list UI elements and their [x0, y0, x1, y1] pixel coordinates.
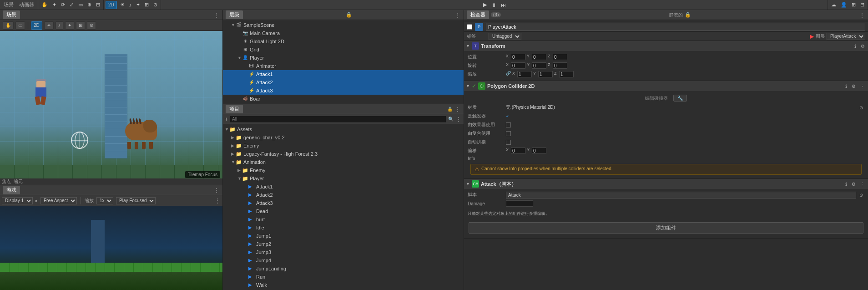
proj-item-animation[interactable]: ▼ 📁 Animation	[223, 158, 464, 166]
attack-gear-btn[interactable]: ⚙	[850, 181, 857, 187]
obj-name-field[interactable]	[486, 23, 865, 31]
attack-menu-btn[interactable]: ⋮	[859, 181, 866, 187]
animator-menu-label[interactable]: 动画器	[17, 1, 36, 8]
proj-item-generic-char[interactable]: ▶ 📁 generic_char_v0.2	[223, 133, 464, 142]
fx-btn[interactable]: ✦	[135, 1, 141, 8]
scene-tab[interactable]: 场景	[3, 10, 20, 19]
tool-rotate[interactable]: ⟳	[60, 1, 66, 8]
tool-hand[interactable]: ✋	[40, 1, 49, 8]
inspector-tab[interactable]: 检查器	[467, 10, 489, 19]
game-viewport[interactable]	[0, 206, 222, 290]
add-component-button[interactable]: 添加组件	[469, 222, 863, 234]
project-search-menu[interactable]: ⋮	[455, 116, 462, 123]
scale-select[interactable]: 1x	[96, 197, 113, 204]
material-select-btn[interactable]: ⊙	[858, 105, 864, 111]
proj-item-dead-anim[interactable]: ▶ Dead	[223, 207, 464, 215]
layers-btn[interactable]: ⊞	[850, 1, 857, 8]
proj-item-hurt-anim[interactable]: ▶ hurt	[223, 215, 464, 224]
scene-gizmo[interactable]: ⊙	[87, 21, 96, 30]
scene-tool-pan[interactable]: ✋	[3, 21, 14, 30]
offset-y-input[interactable]	[532, 148, 546, 154]
hier-item-light[interactable]: ☀ Global Light 2D	[223, 37, 464, 46]
hier-item-attack1[interactable]: ⚡ Attack1	[223, 70, 464, 78]
obj-active-checkbox[interactable]	[467, 24, 472, 30]
scene-grid[interactable]: ⊞	[76, 21, 85, 30]
project-menu[interactable]: ⋮	[454, 106, 461, 113]
mode-2d-btn[interactable]: 2D	[106, 1, 117, 9]
scene-fx[interactable]: ✦	[65, 21, 74, 30]
project-search-input[interactable]	[230, 116, 446, 123]
scene-tool-rect[interactable]: ▭	[15, 21, 25, 30]
attack-header[interactable]: ▼ C# Attack（脚本） ℹ ⚙ ⋮	[464, 179, 868, 189]
proj-item-jumplanding-anim[interactable]: ▶ JumpLanding	[223, 265, 464, 273]
project-content[interactable]: ▼ 📁 Assets ▶ 📁 generic_char_v0.2 ▶ 📁 Ene…	[223, 124, 464, 290]
rot-y-input[interactable]	[532, 62, 546, 69]
edit-collider-btn[interactable]: 🔧	[673, 95, 687, 102]
tool-scale[interactable]: ⤢	[68, 1, 75, 8]
tag-select[interactable]: Untagged	[489, 33, 521, 40]
hier-item-maincamera[interactable]: 📷 Main Camera	[223, 29, 464, 37]
project-lock[interactable]: 🔒	[447, 107, 453, 112]
pause-btn[interactable]: ⏸	[490, 2, 498, 8]
transform-header[interactable]: ▼ T Transform ℹ ⚙	[464, 41, 868, 51]
proj-item-attack2-anim[interactable]: ▶ Attack2	[223, 191, 464, 199]
gizmo-btn[interactable]: ⊙	[152, 1, 159, 8]
project-tab[interactable]: 项目	[226, 105, 243, 113]
hierarchy-lock[interactable]: 🔒	[346, 12, 352, 18]
hier-item-animator[interactable]: 🎞 Animator	[223, 62, 464, 70]
collider-info-btn[interactable]: ℹ	[844, 83, 848, 89]
tool-rect[interactable]: ▭	[77, 1, 84, 8]
scene-light[interactable]: ☀	[44, 21, 54, 30]
game-toolbar-menu[interactable]: ⋮	[214, 197, 221, 204]
composite-checkbox[interactable]	[506, 131, 511, 136]
hierarchy-menu[interactable]: ⋮	[454, 11, 461, 19]
hierarchy-tab[interactable]: 层级	[226, 10, 243, 19]
scale-x-input[interactable]	[517, 71, 532, 77]
lighting-btn[interactable]: ☀	[119, 1, 126, 8]
proj-item-player-anim[interactable]: ▼ 📁 Player	[223, 174, 464, 183]
proj-item-attack3-anim[interactable]: ▶ Attack3	[223, 199, 464, 207]
scale-z-input[interactable]	[559, 71, 574, 77]
inspector-menu[interactable]: ⋮	[859, 11, 865, 19]
script-select-btn[interactable]: ⊙	[858, 192, 864, 198]
proj-item-jump3-anim[interactable]: ▶ Jump3	[223, 248, 464, 256]
account-btn[interactable]: 👤	[839, 1, 848, 8]
proj-item-legacy[interactable]: ▶ 📁 Legacy-Fantasy - High Forest 2.3	[223, 150, 464, 158]
play-btn[interactable]: ▶	[482, 1, 488, 8]
pos-y-input[interactable]	[532, 54, 546, 60]
proj-item-enemy[interactable]: ▶ 📁 Enemy	[223, 142, 464, 150]
proj-item-jump1-anim[interactable]: ▶ Jump1	[223, 232, 464, 240]
scene-audio[interactable]: ♪	[56, 21, 63, 30]
game-tab[interactable]: 游戏	[3, 186, 20, 194]
proj-item-idle-anim[interactable]: ▶ Idle	[223, 224, 464, 232]
proj-item-assets[interactable]: ▼ 📁 Assets	[223, 125, 464, 133]
tool-move[interactable]: ✦	[51, 1, 58, 8]
transform-info-btn[interactable]: ℹ	[853, 43, 858, 49]
scene-viewport[interactable]: Tilemap Focus 焦点 缩元	[0, 31, 222, 185]
layout-scene-btn[interactable]: ⊞	[143, 1, 150, 8]
hier-item-boar[interactable]: 🐗 Boar	[223, 95, 464, 103]
layer-select[interactable]: PlayerAttack	[827, 33, 865, 40]
hier-item-player[interactable]: ▼ 👤 Player	[223, 54, 464, 62]
offset-x-input[interactable]	[511, 148, 525, 154]
scene-panel-menu[interactable]: ⋮	[213, 11, 220, 19]
hier-item-grid[interactable]: ⊞ Grid	[223, 46, 464, 54]
hier-item-attack2[interactable]: ⚡ Attack2	[223, 78, 464, 86]
scene-menu-label[interactable]: 场景	[2, 1, 15, 8]
proj-item-enemy-anim[interactable]: ▶ 📁 Enemy	[223, 166, 464, 174]
inspector-lock-icon[interactable]: 🔒	[685, 12, 691, 18]
audio-btn[interactable]: ♪	[128, 2, 133, 8]
hier-item-attack3[interactable]: ⚡ Attack3	[223, 86, 464, 95]
collab-btn[interactable]: ☁	[830, 1, 838, 8]
script-ref-field[interactable]	[506, 192, 856, 198]
scale-y-input[interactable]	[538, 71, 553, 77]
collider-gear-btn[interactable]: ⚙	[850, 83, 857, 89]
autobind-checkbox[interactable]	[506, 140, 511, 145]
aspect-select[interactable]: Free Aspect	[40, 197, 77, 204]
collider-header[interactable]: ▼ ✓ ⬡ Polygon Collider 2D ℹ ⚙ ⋮	[464, 81, 868, 91]
proj-item-attack1-anim[interactable]: ▶ Attack1	[223, 183, 464, 191]
transform-gear-btn[interactable]: ⚙	[859, 43, 866, 49]
rot-z-input[interactable]	[553, 62, 567, 69]
hierarchy-content[interactable]: ▼ 🎬 SampleScene 📷 Main Camera ☀ Gl	[223, 20, 464, 104]
scene-mode-2d[interactable]: 2D	[31, 21, 42, 30]
